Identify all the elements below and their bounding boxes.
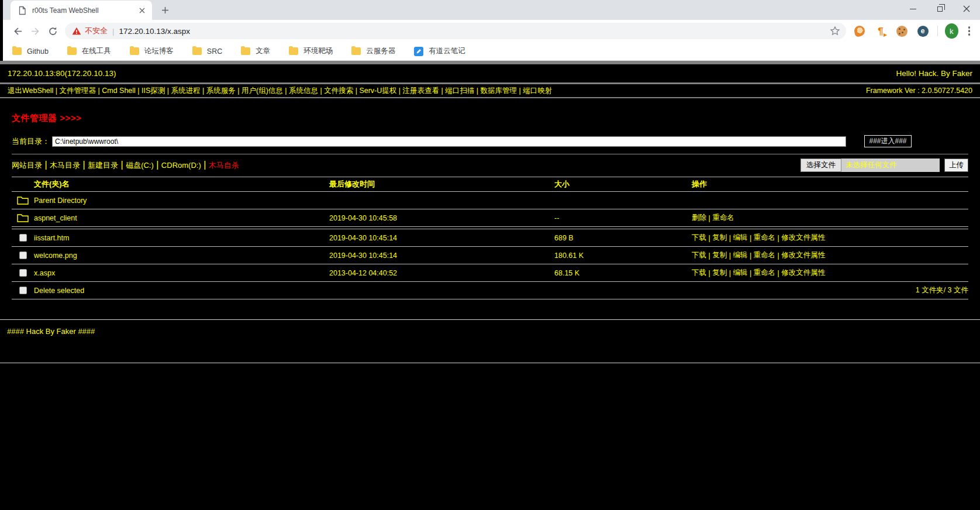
restore-button[interactable] bbox=[926, 0, 953, 18]
menu-link[interactable]: 退出WebShell bbox=[8, 87, 53, 95]
file-op-link[interactable]: 重命名 bbox=[712, 213, 734, 223]
file-op-link[interactable]: 复制 bbox=[712, 233, 727, 243]
directory-link[interactable]: 磁盘(C:) bbox=[126, 161, 154, 170]
forward-button[interactable] bbox=[26, 22, 44, 40]
browser-window: r00ts Team WebShell bbox=[0, 0, 980, 363]
menu-link[interactable]: 系统信息 bbox=[289, 87, 318, 95]
file-op-link[interactable]: 下载 bbox=[692, 268, 706, 278]
directory-link[interactable]: 新建目录 bbox=[88, 161, 118, 170]
choose-file-button[interactable]: 选择文件 bbox=[800, 158, 841, 172]
close-button[interactable] bbox=[953, 0, 980, 18]
bookmark-folder-icon bbox=[192, 47, 202, 55]
file-op-link[interactable]: 修改文件属性 bbox=[781, 268, 825, 278]
menu-link[interactable]: 用户(组)信息 bbox=[241, 87, 283, 95]
youdao-note-icon bbox=[414, 47, 423, 56]
file-op-link[interactable]: 复制 bbox=[712, 250, 727, 260]
row-checkbox[interactable] bbox=[19, 251, 27, 259]
table-row: x.aspx2013-04-12 04:40:5268.15 K下载 | 复制 … bbox=[12, 264, 968, 282]
file-op-link[interactable]: 复制 bbox=[712, 268, 727, 278]
file-name-link[interactable]: Parent Directory bbox=[34, 197, 87, 205]
current-directory-label: 当前目录： bbox=[12, 136, 52, 147]
reload-button[interactable] bbox=[44, 22, 61, 40]
menu-link[interactable]: 文件管理器 bbox=[59, 87, 96, 95]
bookmark-star-button[interactable] bbox=[830, 26, 840, 36]
file-op-link[interactable]: 修改文件属性 bbox=[781, 250, 825, 260]
bookmark-item[interactable]: 论坛博客 bbox=[130, 46, 174, 56]
close-icon bbox=[963, 5, 970, 12]
row-checkbox[interactable] bbox=[19, 269, 27, 277]
fox-extension-icon[interactable] bbox=[853, 25, 866, 37]
file-op-link[interactable]: 重命名 bbox=[754, 268, 776, 278]
menu-link[interactable]: 系统服务 bbox=[206, 87, 236, 95]
menu-separator: | bbox=[517, 87, 523, 95]
file-op-link[interactable]: 下载 bbox=[692, 250, 706, 260]
file-op-link[interactable]: 编辑 bbox=[733, 268, 747, 278]
file-op-link[interactable]: 修改文件属性 bbox=[781, 233, 825, 243]
file-op-link[interactable]: 编辑 bbox=[733, 250, 747, 260]
new-tab-button[interactable] bbox=[157, 2, 173, 18]
file-name-link[interactable]: welcome.png bbox=[34, 251, 77, 260]
e-circle-extension-icon[interactable]: e bbox=[916, 25, 929, 37]
select-all-checkbox[interactable] bbox=[19, 287, 27, 294]
file-name-link[interactable]: iisstart.htm bbox=[34, 234, 69, 242]
fox-icon bbox=[853, 25, 866, 37]
bookmark-item[interactable]: Github bbox=[12, 47, 49, 56]
file-op-link[interactable]: 编辑 bbox=[733, 233, 747, 243]
browser-tab[interactable]: r00ts Team WebShell bbox=[11, 1, 152, 20]
row-checkbox[interactable] bbox=[19, 234, 27, 242]
menu-link[interactable]: 文件搜索 bbox=[324, 87, 353, 95]
bookmark-item[interactable]: 在线工具 bbox=[67, 46, 111, 56]
upload-button[interactable]: 上传 bbox=[944, 158, 968, 172]
menu-links: 退出WebShell | 文件管理器 | Cmd Shell | IIS探测 |… bbox=[8, 86, 552, 96]
browser-menu-button[interactable] bbox=[964, 23, 974, 39]
directory-link[interactable]: CDRom(D:) bbox=[161, 161, 201, 170]
menu-link[interactable]: IIS探测 bbox=[142, 87, 165, 95]
file-op-link[interactable]: 删除 bbox=[692, 213, 706, 223]
menu-separator: | bbox=[353, 87, 359, 95]
bookmark-folder-icon bbox=[241, 47, 250, 55]
profile-avatar[interactable]: k bbox=[945, 23, 958, 39]
minimize-icon bbox=[910, 9, 916, 9]
menu-link[interactable]: 端口映射 bbox=[523, 87, 552, 95]
file-manager-section: 文件管理器 >>>> 当前目录： ###进入### 网站目录 | 木马目录 | … bbox=[0, 113, 980, 299]
menu-link[interactable]: Cmd Shell bbox=[102, 87, 136, 95]
tab-bar: r00ts Team WebShell bbox=[3, 0, 980, 20]
bookmark-label: Github bbox=[27, 47, 49, 56]
menu-link[interactable]: 数据库管理 bbox=[480, 87, 517, 95]
header-mtime: 最后修改时间 bbox=[329, 179, 554, 189]
bookmark-item[interactable]: 环境靶场 bbox=[289, 46, 333, 56]
cookie-extension-icon[interactable] bbox=[895, 25, 908, 37]
warning-icon bbox=[72, 27, 81, 35]
toolbar-divider bbox=[937, 26, 938, 36]
file-input[interactable]: 选择文件 未选择任何文件 bbox=[800, 158, 940, 172]
back-button[interactable] bbox=[9, 22, 26, 40]
bookmark-item[interactable]: 文章 bbox=[241, 46, 270, 56]
op-separator: | bbox=[775, 234, 781, 242]
directory-link[interactable]: 网站目录 bbox=[12, 161, 42, 170]
pilcrow-extension-icon[interactable]: ¶ bbox=[874, 25, 887, 37]
minimize-button[interactable] bbox=[899, 0, 926, 18]
menu-link[interactable]: Serv-U提权 bbox=[359, 87, 396, 95]
op-separator: | bbox=[775, 251, 781, 260]
enter-directory-button[interactable]: ###进入### bbox=[864, 135, 912, 147]
current-directory-input[interactable] bbox=[52, 136, 846, 147]
menu-separator: | bbox=[201, 87, 206, 95]
file-name-link[interactable]: x.aspx bbox=[34, 269, 55, 277]
bookmark-item[interactable]: SRC bbox=[192, 47, 222, 56]
menu-link[interactable]: 注册表查看 bbox=[403, 87, 440, 95]
menu-link[interactable]: 系统进程 bbox=[171, 87, 201, 95]
file-name-link[interactable]: aspnet_client bbox=[34, 214, 77, 222]
bookmark-item[interactable]: 云服务器 bbox=[351, 46, 395, 56]
file-op-link[interactable]: 重命名 bbox=[754, 233, 776, 243]
delete-selected-link[interactable]: Delete selected bbox=[34, 287, 84, 295]
directory-link[interactable]: 木马自杀 bbox=[209, 161, 239, 170]
bookmark-item[interactable]: 有道云笔记 bbox=[414, 46, 465, 56]
file-op-link[interactable]: 重命名 bbox=[754, 250, 776, 260]
address-bar[interactable]: 不安全 | 172.20.10.13/x.aspx bbox=[65, 23, 846, 39]
tab-close-icon[interactable] bbox=[137, 5, 147, 16]
menu-link[interactable]: 端口扫描 bbox=[445, 87, 474, 95]
directory-link[interactable]: 木马目录 bbox=[50, 161, 80, 170]
host-info: 172.20.10.13:80(172.20.10.13) bbox=[8, 69, 116, 78]
framework-version: Framework Ver : 2.0.50727.5420 bbox=[866, 87, 972, 95]
file-op-link[interactable]: 下载 bbox=[692, 233, 706, 243]
